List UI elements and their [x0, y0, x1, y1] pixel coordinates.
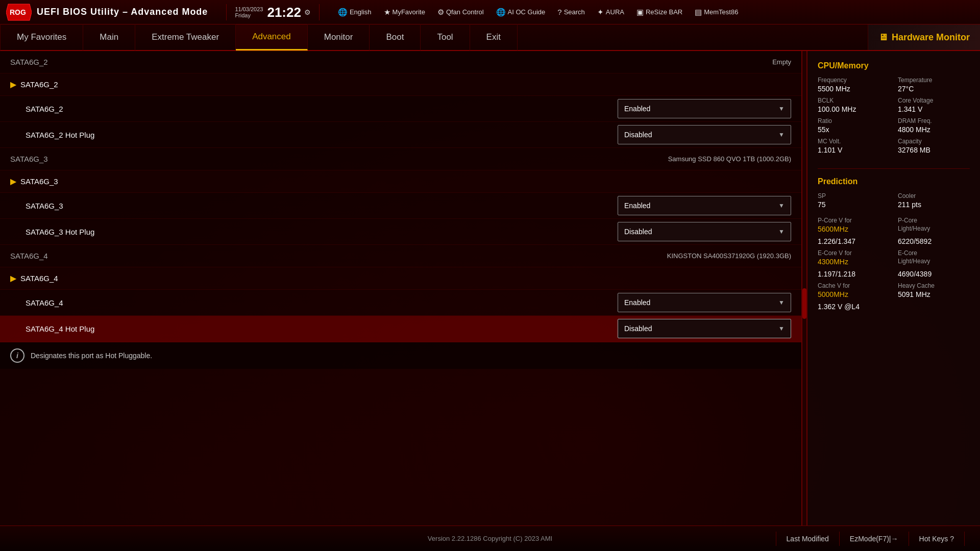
tab-exit[interactable]: Exit: [470, 24, 518, 51]
pcore-mhz: 5600MHz: [818, 225, 890, 233]
ratio-value: 55x: [818, 126, 890, 134]
sata6g4-setting-row: SATA6G_4 Enabled ▼: [0, 290, 801, 316]
tab-extreme-tweaker[interactable]: Extreme Tweaker: [135, 24, 236, 51]
tool-qfan[interactable]: ⚙ Qfan Control: [432, 6, 489, 19]
pcore-lh-label: P-Core: [898, 217, 970, 224]
hw-dram-freq: DRAM Freq. 4800 MHz: [898, 117, 970, 134]
header-tools: 🌐 English ★ MyFavorite ⚙ Qfan Control 🌐 …: [333, 6, 743, 19]
sata6g4-hotplug-label: SATA6G_4 Hot Plug: [26, 324, 618, 333]
sata6g2-dropdown-value: Enabled: [624, 105, 650, 113]
tab-main[interactable]: Main: [83, 24, 135, 51]
sata6g2-expand-row[interactable]: ▶ SATA6G_2: [0, 73, 801, 96]
tool-english[interactable]: 🌐 English: [333, 6, 377, 19]
frequency-label: Frequency: [818, 77, 890, 84]
sata6g4-dropdown[interactable]: Enabled ▼: [618, 293, 791, 312]
date-display: 11/03/2023: [235, 6, 263, 12]
hw-ecore-v-value: 1.197/1.218: [818, 270, 890, 278]
sata6g3-hotplug-row: SATA6G_3 Hot Plug Disabled ▼: [0, 219, 801, 245]
hw-pcore-lh-value: 6220/5892: [898, 237, 970, 245]
sata6g4-hotplug-dropdown[interactable]: Disabled ▼: [618, 319, 791, 338]
tool-aioc[interactable]: 🌐 AI OC Guide: [491, 6, 551, 19]
settings-gear-icon[interactable]: ⚙: [304, 8, 311, 16]
tool-qfan-label: Qfan Control: [446, 8, 484, 16]
core-voltage-value: 1.341 V: [898, 105, 970, 113]
sata6g2-hotplug-row: SATA6G_2 Hot Plug Disabled ▼: [0, 122, 801, 148]
bclk-value: 100.00 MHz: [818, 105, 890, 113]
tab-boot[interactable]: Boot: [370, 24, 421, 51]
dram-freq-label: DRAM Freq.: [898, 117, 970, 124]
tab-advanced[interactable]: Advanced: [236, 24, 308, 51]
star-icon: ★: [384, 8, 390, 17]
tool-resizebar[interactable]: ▣ ReSize BAR: [631, 6, 688, 19]
header-divider: [226, 4, 227, 20]
tab-my-favorites[interactable]: My Favorites: [0, 24, 83, 51]
hot-keys-button[interactable]: Hot Keys ?: [909, 532, 965, 546]
tool-search[interactable]: ? Search: [552, 6, 590, 18]
cooler-value: 211 pts: [898, 201, 970, 209]
monitor-icon: 🖥: [878, 32, 888, 43]
dropdown-arrow-icon8: ▼: [778, 325, 785, 332]
sata6g4-hotplug-row: SATA6G_4 Hot Plug Disabled ▼: [0, 316, 801, 342]
aura-icon: ✦: [597, 8, 604, 17]
last-modified-button[interactable]: Last Modified: [776, 532, 839, 546]
sata6g4-hotplug-value: Disabled: [624, 324, 652, 333]
sata6g2-hotplug-value: Disabled: [624, 131, 652, 139]
sata6g3-setting-label: SATA6G_3: [26, 202, 618, 210]
scrollbar-track[interactable]: [802, 51, 806, 525]
expand-arrow-icon: ▶: [10, 80, 16, 89]
sata6g3-dropdown-value: Enabled: [624, 202, 650, 210]
sata6g2-header-label: SATA6G_2: [10, 58, 772, 66]
tab-monitor[interactable]: Monitor: [308, 24, 370, 51]
hw-pcore-v-value: 1.226/1.347: [818, 237, 890, 245]
sata6g2-empty-value: Empty: [772, 58, 791, 66]
heavy-cache-value: 5091 MHz: [898, 290, 970, 298]
ecore-v-label: E-Core V for: [818, 249, 890, 257]
capacity-value: 32768 MB: [898, 146, 970, 154]
sata6g2-hotplug-label: SATA6G_2 Hot Plug: [26, 131, 618, 139]
footer: Version 2.22.1286 Copyright (C) 2023 AMI…: [0, 525, 980, 551]
hw-sp: SP 75: [818, 192, 890, 209]
sata6g3-expand-row[interactable]: ▶ SATA6G_3: [0, 170, 801, 193]
info-bar: i Designates this port as Hot Pluggable.: [0, 342, 801, 369]
hw-capacity: Capacity 32768 MB: [898, 138, 970, 154]
sata6g3-hotplug-dropdown[interactable]: Disabled ▼: [618, 222, 791, 241]
ez-mode-button[interactable]: EzMode(F7)|→: [839, 532, 909, 546]
mc-volt-label: MC Volt.: [818, 138, 890, 145]
sata6g4-expand-label: SATA6G_4: [20, 274, 791, 283]
scrollbar-thumb[interactable]: [802, 288, 806, 319]
time-display-wrapper: 21:22 ⚙: [267, 6, 311, 19]
sata6g3-hotplug-label: SATA6G_3 Hot Plug: [26, 228, 618, 236]
pcore-lh-sub: Light/Heavy: [898, 225, 970, 232]
ecore-lh-value: 4690/4389: [898, 270, 970, 278]
sata6g3-dropdown[interactable]: Enabled ▼: [618, 196, 791, 215]
tool-aura[interactable]: ✦ AURA: [592, 6, 629, 19]
fan-icon: ⚙: [437, 8, 444, 17]
hw-pcore-lh: P-Core Light/Heavy: [898, 217, 970, 233]
dropdown-arrow-icon5: ▼: [778, 228, 785, 235]
cache-v-value: 1.362 V @L4: [818, 303, 890, 311]
svg-text:ROG: ROG: [10, 8, 26, 16]
sata6g2-expand-label: SATA6G_2: [20, 80, 791, 89]
frequency-value: 5500 MHz: [818, 85, 890, 93]
ai-icon: 🌐: [496, 8, 506, 17]
main-content: SATA6G_2 Empty ▶ SATA6G_2 SATA6G_2 Enabl…: [0, 51, 980, 525]
sata6g4-device-value: KINGSTON SA400S371920G (1920.3GB): [667, 252, 791, 260]
cache-v-label: Cache V for: [818, 282, 890, 289]
pcore-grid: P-Core V for 5600MHz P-Core Light/Heavy …: [818, 217, 970, 245]
expand-arrow-icon3: ▶: [10, 177, 16, 186]
tab-tool[interactable]: Tool: [421, 24, 470, 51]
sata6g3-setting-row: SATA6G_3 Enabled ▼: [0, 193, 801, 219]
sata6g4-setting-label: SATA6G_4: [26, 298, 618, 307]
hw-ecore-v: E-Core V for 4300MHz: [818, 249, 890, 266]
sata6g2-dropdown[interactable]: Enabled ▼: [618, 99, 791, 118]
header-bar: ROG UEFI BIOS Utility – Advanced Mode 11…: [0, 0, 980, 24]
sata6g4-expand-row[interactable]: ▶ SATA6G_4: [0, 267, 801, 290]
tool-resizebar-label: ReSize BAR: [646, 8, 682, 16]
mc-volt-value: 1.101 V: [818, 146, 890, 154]
tool-memtest[interactable]: ▤ MemTest86: [690, 6, 743, 19]
footer-version: Version 2.22.1286 Copyright (C) 2023 AMI: [428, 535, 552, 542]
hw-cache-v: Cache V for 5000MHz: [818, 282, 890, 298]
sata6g2-hotplug-dropdown[interactable]: Disabled ▼: [618, 125, 791, 144]
datetime-info: 11/03/2023 Friday: [235, 6, 263, 18]
tool-myfavorite[interactable]: ★ MyFavorite: [379, 6, 430, 19]
